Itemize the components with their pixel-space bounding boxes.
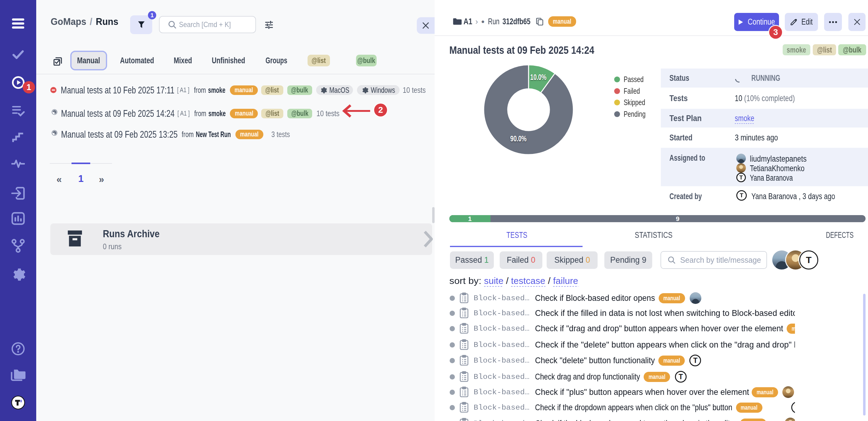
svg-text:90.0%: 90.0% bbox=[510, 134, 527, 143]
svg-text:10.0%: 10.0% bbox=[530, 73, 547, 82]
